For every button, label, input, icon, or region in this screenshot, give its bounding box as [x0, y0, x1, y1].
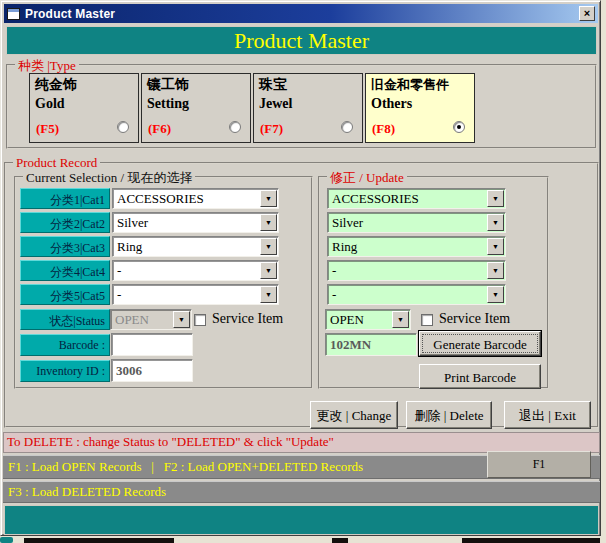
type-option-gold[interactable]: 纯金饰 Gold (F5): [29, 73, 139, 143]
dropdown-arrow-icon[interactable]: ▼: [260, 238, 277, 255]
cat4-label: 分类4|Cat4: [20, 260, 110, 281]
cat5-combo[interactable]: - ▼: [112, 284, 279, 305]
type-jewel-key: (F7): [260, 121, 283, 137]
update-legend: 修正 / Update: [327, 169, 407, 187]
exit-button[interactable]: 退出 | Exit: [504, 401, 591, 429]
cat2-label: 分类2|Cat2: [20, 212, 110, 233]
product-record-frame: Product Record Current Selection / 现在的选择…: [4, 162, 599, 428]
dropdown-arrow-icon[interactable]: ▼: [487, 190, 504, 207]
generate-barcode-button[interactable]: Generate Barcode: [419, 331, 541, 356]
f1-button[interactable]: F1: [487, 451, 591, 478]
print-barcode-button[interactable]: Print Barcode: [419, 364, 541, 389]
cat1-combo[interactable]: ACCESSORIES ▼: [112, 188, 279, 209]
type-option-others[interactable]: 旧金和零售件 Others (F8): [365, 73, 475, 143]
type-others-key: (F8): [372, 121, 395, 137]
update-cat4-combo[interactable]: - ▼: [327, 260, 506, 281]
current-selection-frame: Current Selection / 现在的选择 分类1|Cat1 ACCES…: [14, 176, 313, 389]
cat5-value: -: [117, 287, 121, 303]
cat2-value: Silver: [117, 215, 148, 231]
cat2-combo[interactable]: Silver ▼: [112, 212, 279, 233]
update-cat3-value: Ring: [332, 239, 357, 255]
type-jewel-cn: 珠宝: [259, 76, 357, 94]
taskbar-fragment: [462, 538, 600, 543]
change-button[interactable]: 更改 | Change: [310, 401, 398, 429]
cat3-combo[interactable]: Ring ▼: [112, 236, 279, 257]
radio-gold[interactable]: [117, 121, 129, 133]
update-cat3-combo[interactable]: Ring ▼: [327, 236, 506, 257]
dropdown-arrow-icon[interactable]: ▼: [487, 286, 504, 303]
product-master-window: Product Master × Product Master 种类 |Type…: [0, 0, 601, 536]
exit-button-label: 退出 | Exit: [519, 402, 576, 425]
radio-others[interactable]: [453, 121, 465, 133]
update-cat2-value: Silver: [332, 215, 363, 231]
close-icon[interactable]: ×: [579, 6, 595, 21]
taskbar-fragment: [332, 538, 348, 543]
delete-button-label: 删除 | Delete: [414, 402, 483, 425]
dropdown-arrow-icon[interactable]: ▼: [260, 190, 277, 207]
desktop: Product Master × Product Master 种类 |Type…: [0, 0, 606, 543]
type-others-en: Others: [371, 94, 469, 113]
inventory-id-label: Inventory ID :: [20, 360, 110, 382]
radio-setting[interactable]: [229, 121, 241, 133]
service-item-label-update: Service Item: [439, 311, 510, 327]
status-label: 状态|Status: [20, 309, 110, 330]
radio-jewel[interactable]: [341, 121, 353, 133]
update-cat1-value: ACCESSORIES: [332, 191, 419, 207]
page-header: Product Master: [6, 26, 597, 55]
update-cat1-combo[interactable]: ACCESSORIES ▼: [327, 188, 506, 209]
taskbar-fragment: [0, 537, 13, 543]
dropdown-arrow-icon[interactable]: ▼: [487, 214, 504, 231]
dropdown-arrow-icon[interactable]: ▼: [487, 238, 504, 255]
cat4-value: -: [117, 263, 121, 279]
update-status-value: OPEN: [330, 312, 364, 328]
current-selection-legend: Current Selection / 现在的选择: [23, 169, 195, 187]
cat4-combo[interactable]: - ▼: [112, 260, 279, 281]
inventory-id-field: 3006: [111, 359, 193, 382]
barcode-field-current[interactable]: [111, 333, 193, 356]
update-cat4-value: -: [332, 263, 336, 279]
dropdown-arrow-icon[interactable]: ▼: [260, 286, 277, 303]
dropdown-arrow-icon: ▼: [173, 311, 190, 328]
dropdown-arrow-icon[interactable]: ▼: [487, 262, 504, 279]
service-item-label-current: Service Item: [212, 311, 283, 327]
generate-barcode-label: Generate Barcode: [433, 332, 526, 353]
service-item-checkbox-update[interactable]: [421, 314, 433, 326]
update-barcode-field[interactable]: 102MN: [325, 333, 417, 356]
type-setting-key: (F6): [148, 121, 171, 137]
load-records-bar-2: F3 : Load DELETED Records: [3, 481, 600, 503]
cat5-label: 分类5|Cat5: [20, 284, 110, 305]
cat1-label: 分类1|Cat1: [20, 188, 110, 209]
update-cat2-combo[interactable]: Silver ▼: [327, 212, 506, 233]
type-setting-cn: 镶工饰: [147, 76, 245, 94]
status-combo-disabled: OPEN ▼: [110, 309, 192, 330]
delete-hint-bar: To DELETE : change Status to "DELETED" &…: [3, 432, 600, 453]
type-gold-key: (F5): [36, 121, 59, 137]
type-option-jewel[interactable]: 珠宝 Jewel (F7): [253, 73, 363, 143]
dropdown-arrow-icon[interactable]: ▼: [260, 214, 277, 231]
type-gold-cn: 纯金饰: [35, 76, 133, 94]
footer-band: [4, 505, 599, 535]
dropdown-arrow-icon[interactable]: ▼: [392, 311, 409, 328]
type-frame: 种类 |Type 纯金饰 Gold (F5) 镶工饰 Setting (F6) …: [6, 64, 597, 149]
page-title: Product Master: [234, 28, 369, 53]
status-value: OPEN: [115, 312, 149, 328]
update-frame: 修正 / Update ACCESSORIES ▼ Silver ▼ Ring …: [318, 176, 549, 389]
type-option-setting[interactable]: 镶工饰 Setting (F6): [141, 73, 251, 143]
window-title: Product Master: [25, 7, 115, 21]
dropdown-arrow-icon[interactable]: ▼: [260, 262, 277, 279]
cat3-value: Ring: [117, 239, 142, 255]
type-jewel-en: Jewel: [259, 94, 357, 113]
type-setting-en: Setting: [147, 94, 245, 113]
update-cat5-value: -: [332, 287, 336, 303]
titlebar[interactable]: Product Master ×: [4, 4, 598, 23]
change-button-label: 更改 | Change: [317, 402, 392, 425]
barcode-label: Barcode :: [20, 334, 110, 356]
delete-button[interactable]: 删除 | Delete: [406, 401, 492, 429]
cat3-label: 分类3|Cat3: [20, 236, 110, 257]
update-cat5-combo[interactable]: - ▼: [327, 284, 506, 305]
type-gold-en: Gold: [35, 94, 133, 113]
type-others-cn: 旧金和零售件: [371, 76, 469, 94]
service-item-checkbox-current[interactable]: [194, 314, 206, 326]
print-barcode-label: Print Barcode: [444, 365, 516, 386]
update-status-combo[interactable]: OPEN ▼: [325, 309, 411, 330]
